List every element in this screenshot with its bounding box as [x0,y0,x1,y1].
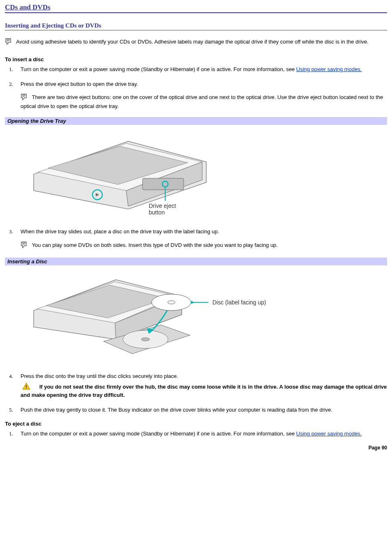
svg-point-17 [168,301,175,304]
insert-step-1: Turn on the computer or exit a power sav… [21,66,387,73]
insert-step-4: Press the disc onto the tray until the d… [21,373,387,399]
intro-note: Avoid using adhesive labels to identify … [5,38,387,46]
insert-heading: To insert a disc [5,56,387,62]
eject-step-1: Turn on the computer or exit a power sav… [21,430,387,438]
eject-heading: To eject a disc [5,421,387,427]
svg-point-15 [141,338,150,341]
figure2-title: Inserting a Disc [5,258,387,265]
step3-note: You can play some DVDs on both sides. In… [32,242,278,248]
page-footer: Page 90 [5,445,387,451]
insert-step-2: Press the drive eject button to open the… [21,81,387,110]
note-icon [21,93,29,103]
figure1-title: Opening the Drive Tray [5,117,387,125]
insert-step-3: When the drive tray slides out, place a … [21,228,387,250]
svg-rect-4 [143,178,184,190]
figure-inserting-disc: Disc (label facing up) [25,269,387,365]
note-icon [5,38,13,46]
link-power-saving-modes-2[interactable]: Using power saving modes. [296,431,362,437]
svg-point-20 [191,301,193,304]
insert-step-5: Push the drive tray gently to close it. … [21,406,387,414]
step4-caution: If you do not seat the disc firmly over … [21,384,387,398]
section-heading: Inserting and Ejecting CDs or DVDs [5,22,387,30]
intro-note-text: Avoid using adhesive labels to identify … [16,39,369,45]
step2-note: There are two drive eject buttons: one o… [21,94,383,109]
fig2-label-svg: Disc (label facing up) [212,299,266,306]
figure-opening-tray: Drive eject button [25,129,387,221]
note-icon [21,241,29,251]
caution-icon [22,382,30,392]
fig1-label-svg: Drive eject [149,203,176,209]
svg-rect-23 [26,388,27,389]
link-power-saving-modes[interactable]: Using power saving modes. [296,66,362,72]
svg-rect-22 [26,385,27,387]
svg-text:button: button [149,209,165,216]
page-title: CDs and DVDs [5,3,387,13]
